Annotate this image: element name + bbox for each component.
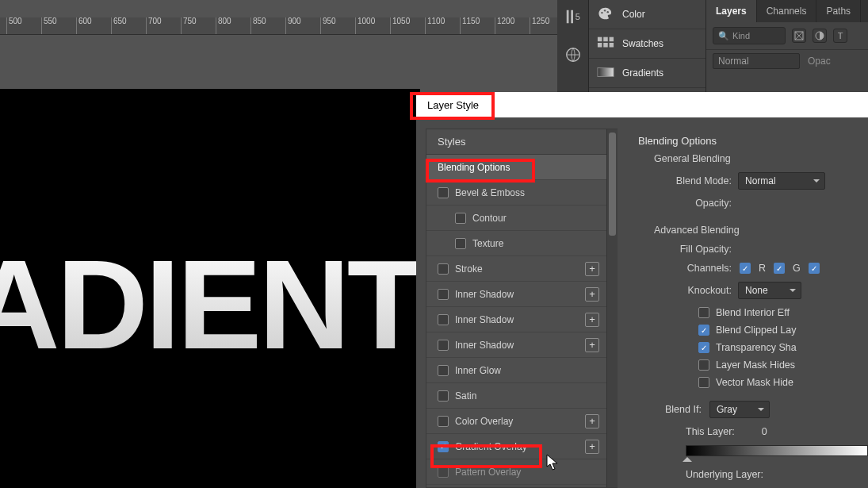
scrollbar-thumb[interactable] [609,133,616,236]
style-row-blending-options[interactable]: Blending Options [426,155,617,180]
ruler-tick: 500 [6,17,46,34]
checkbox[interactable] [455,238,466,249]
add-effect-button[interactable]: + [585,414,599,428]
blend-mode-label: Blend Mode: [670,175,732,186]
ruler-tick: 550 [41,17,81,34]
style-row-inner-shadow[interactable]: Inner Shadow + [426,332,617,358]
checkbox[interactable] [438,416,449,427]
opt-clipped-checkbox[interactable]: ✓ [698,325,709,336]
style-row-satin[interactable]: Satin [426,383,617,409]
svg-text:5: 5 [575,12,579,21]
channel-g-checkbox[interactable]: ✓ [774,263,785,274]
ruler-tick: 800 [216,17,255,34]
dock-icon-stripe: 5 [557,0,589,95]
svg-rect-1 [571,10,573,24]
panel-label: Swatches [622,38,663,49]
style-row-stroke[interactable]: Stroke + [426,256,617,282]
channel-r-label: R [759,263,766,274]
style-row-texture[interactable]: Texture [426,231,617,256]
checkbox[interactable] [438,263,449,275]
style-row-label: Color Overlay [455,416,513,427]
channel-b-checkbox[interactable]: ✓ [809,263,820,274]
opt-label: Blend Interior Eff [716,307,790,318]
tab-channels[interactable]: Channels [757,0,817,22]
sub-section-title: General Blending [638,153,868,164]
style-row-label: Satin [455,390,476,402]
tab-paths[interactable]: Paths [816,0,861,22]
filter-adjustment-icon[interactable] [813,29,827,43]
style-row-inner-glow[interactable]: Inner Glow [426,358,617,383]
style-list: Styles Blending Options Bevel & Emboss C… [426,129,618,488]
blend-mode-select[interactable]: Normal [738,172,825,190]
panel-tab-gradients[interactable]: Gradients [589,59,705,88]
panel-tab-swatches[interactable]: Swatches [589,29,705,59]
sub-section-title: Advanced Blending [638,225,868,236]
ruler-tick: 1000 [355,17,395,34]
color-panels-group: Color Swatches Gradients [589,0,706,95]
svg-point-5 [604,10,606,11]
add-effect-button[interactable]: + [585,440,599,454]
checkbox[interactable] [438,289,449,300]
style-row-bevel-emboss[interactable]: Bevel & Emboss [426,180,617,206]
tab-layers[interactable]: Layers [706,0,757,22]
checkbox[interactable]: ✓ [438,441,449,452]
style-row-inner-shadow[interactable]: Inner Shadow + [426,307,617,332]
ruler-tick: 750 [181,17,220,34]
opt-label: Layer Mask Hides [716,359,795,371]
style-row-label: Contour [472,213,507,224]
style-row-label: Inner Shadow [455,340,514,351]
opt-label: Blend Clipped Lay [716,325,796,336]
style-row-color-overlay[interactable]: Color Overlay + [426,409,617,434]
add-effect-button[interactable]: + [585,313,599,327]
checkbox[interactable] [438,187,449,198]
ruler-tick: 650 [111,17,151,34]
style-row-pattern-overlay[interactable]: Pattern Overlay [426,459,617,485]
channel-g-label: G [793,263,801,274]
fill-opacity-label: Fill Opacity: [670,244,732,255]
add-effect-button[interactable]: + [585,338,599,352]
panel-tab-color[interactable]: Color [589,0,705,29]
style-row-label: Inner Shadow [455,289,514,300]
style-row-gradient-overlay[interactable]: ✓ Gradient Overlay + [426,434,617,459]
style-row-label: Blending Options [438,162,510,173]
document-canvas[interactable]: ADIENT [0,89,420,488]
filter-type-icon[interactable]: T [833,29,847,43]
checkbox[interactable] [438,390,449,402]
add-effect-button[interactable]: + [585,287,599,302]
layers-panel-tabs: Layers Channels Paths [706,0,868,22]
layer-kind-select[interactable]: 🔍 Kind [713,27,786,44]
knockout-select[interactable]: None [738,282,801,299]
dialog-titlebar[interactable] [492,92,868,117]
checkbox[interactable] [438,340,449,351]
knockout-label: Knockout: [670,285,732,296]
filter-pixel-icon[interactable] [792,29,806,43]
dialog-title: Layer Style [416,92,492,117]
checkbox[interactable] [455,213,466,224]
channel-r-checkbox[interactable]: ✓ [740,263,751,274]
style-row-contour[interactable]: Contour [426,206,617,231]
style-row-label: Texture [472,238,503,249]
style-row-inner-shadow[interactable]: Inner Shadow + [426,282,617,307]
opt-layer-mask-checkbox[interactable] [698,359,709,371]
opt-interior-checkbox[interactable] [698,307,709,318]
checkbox[interactable] [438,365,449,376]
panel-label: Gradients [622,67,663,79]
this-layer-value: 0 [762,426,767,437]
glyphs-icon[interactable] [564,46,582,67]
svg-rect-8 [603,37,608,41]
checkbox[interactable] [438,467,449,478]
brush-settings-icon[interactable]: 5 [564,8,582,29]
slider-handle-icon[interactable] [683,452,692,462]
ruler-tick: 1100 [425,17,465,34]
opt-vector-mask-checkbox[interactable] [698,377,709,388]
blend-mode-select[interactable]: Normal [713,53,800,69]
swatches-icon [597,36,614,52]
styles-header[interactable]: Styles [426,129,617,155]
opacity-label: Opac [808,56,831,67]
add-effect-button[interactable]: + [585,262,599,276]
this-layer-slider[interactable] [686,445,868,456]
scrollbar[interactable] [606,129,618,487]
blend-if-select[interactable]: Gray [709,401,770,418]
checkbox[interactable] [438,314,449,325]
opt-transparency-checkbox[interactable]: ✓ [698,342,709,353]
